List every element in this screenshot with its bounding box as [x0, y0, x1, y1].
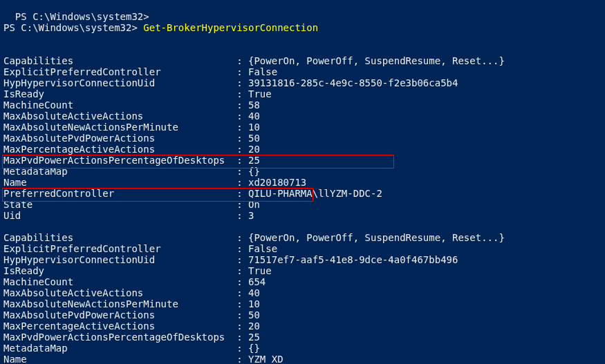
prompt-line: PS C:\Windows\system32> Get-BrokerHyperv… [3, 22, 318, 33]
output-row: Capabilities : {PowerOn, PowerOff, Suspe… [3, 55, 505, 66]
output-row: Uid : 3 [3, 210, 254, 221]
output-row: State : On [3, 199, 260, 210]
command-text: Get-BrokerHypervisorConnection [143, 22, 318, 33]
output-row: MaxAbsolutePvdPowerActions : 50 [3, 309, 260, 320]
output-row: PreferredController : QILU-PHARMA\llYZM-… [3, 188, 382, 199]
output-row: MetadataMap : {} [3, 343, 260, 354]
output-row: Name : xd20180713 [3, 177, 306, 188]
output-row: IsReady : True [3, 88, 272, 99]
command-output: Capabilities : {PowerOn, PowerOff, Suspe… [3, 44, 602, 364]
output-row: IsReady : True [3, 265, 272, 276]
output-row: MaxAbsolutePvdPowerActions : 50 [3, 133, 260, 144]
output-row: ExplicitPreferredController : False [3, 243, 277, 254]
output-row: MachineCount : 654 [3, 276, 266, 287]
output-row: MaxAbsoluteActiveActions : 40 [3, 287, 260, 298]
output-row: HypHypervisorConnectionUid : 39131816-28… [3, 77, 458, 88]
prompt-prefix: PS C:\Windows\system32> [3, 22, 143, 33]
output-row: MaxPercentageActiveActions : 20 [3, 144, 260, 155]
output-row: MaxPvdPowerActionsPercentageOfDesktops :… [3, 332, 260, 343]
output-row: MetadataMap : {} [3, 166, 260, 177]
output-row: MachineCount : 58 [3, 99, 260, 111]
output-row: MaxPercentageActiveActions : 20 [3, 320, 260, 332]
output-row: MaxAbsoluteNewActionsPerMinute : 10 [3, 298, 260, 309]
output-row: MaxAbsoluteActiveActions : 40 [3, 111, 260, 122]
partial-top-line: PS C:\Windows\system32> [15, 11, 149, 22]
output-row: HypHypervisorConnectionUid : 71517ef7-aa… [3, 254, 458, 265]
output-row: MaxAbsoluteNewActionsPerMinute : 10 [3, 122, 260, 133]
powershell-terminal[interactable]: PS C:\Windows\system32> PS C:\Windows\sy… [0, 0, 605, 364]
output-row: ExplicitPreferredController : False [3, 66, 277, 77]
output-row: Name : YZM_XD [3, 354, 283, 364]
output-row: MaxPvdPowerActionsPercentageOfDesktops :… [3, 155, 260, 166]
output-row: Capabilities : {PowerOn, PowerOff, Suspe… [3, 232, 505, 243]
